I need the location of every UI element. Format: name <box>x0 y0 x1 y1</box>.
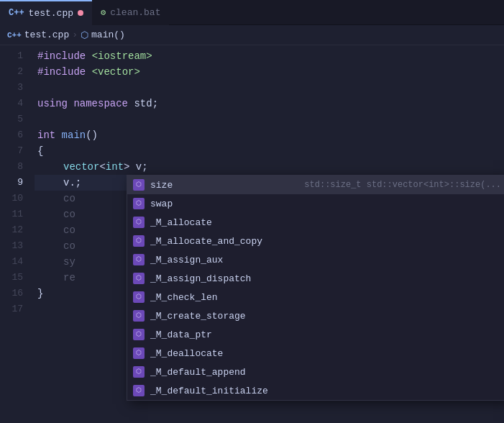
ac-item-m-allocate[interactable]: ⬡ _M_allocate <box>127 213 504 232</box>
line-num-12: 12 <box>0 222 29 238</box>
line-num-2: 2 <box>0 64 29 80</box>
line-num-9: 9 <box>0 175 29 191</box>
line-num-13: 13 <box>0 238 29 254</box>
line-num-10: 10 <box>0 191 29 206</box>
line-num-14: 14 <box>0 254 29 270</box>
ac-icon-m-assign-dispatch: ⬡ <box>133 273 145 284</box>
ac-label-m-allocate-copy: _M_allocate_and_copy <box>150 236 501 247</box>
breadcrumb-cpp-icon: C++ <box>7 31 22 40</box>
ac-icon-m-check-len: ⬡ <box>133 291 145 303</box>
cpp-icon: C++ <box>9 8 24 18</box>
ac-icon-m-deallocate: ⬡ <box>133 347 145 359</box>
breadcrumb-separator: › <box>72 29 78 40</box>
ac-icon-m-allocate-copy: ⬡ <box>133 235 145 247</box>
ac-label-m-check-len: _M_check_len <box>150 292 501 303</box>
breadcrumb-scope-icon: ⬡ <box>81 29 88 41</box>
autocomplete-dropdown: ⬡ size std::size_t std::vector<int>::siz… <box>127 175 504 401</box>
ac-label-m-assign-aux: _M_assign_aux <box>150 255 501 265</box>
ac-item-m-assign-dispatch[interactable]: ⬡ _M_assign_dispatch <box>127 269 504 288</box>
ac-item-m-check-len[interactable]: ⬡ _M_check_len <box>127 288 504 306</box>
code-line-5 <box>35 112 504 127</box>
ac-label-size: size <box>150 180 298 191</box>
ac-icon-m-default-initialize: ⬡ <box>133 385 145 396</box>
line-num-17: 17 <box>0 301 29 317</box>
ac-label-m-data-ptr: _M_data_ptr <box>150 329 501 340</box>
line-num-6: 6 <box>0 127 29 143</box>
ac-item-m-deallocate[interactable]: ⬡ _M_deallocate <box>127 344 504 363</box>
ac-item-swap[interactable]: ⬡ swap <box>127 194 504 213</box>
breadcrumb-file[interactable]: test.cpp <box>24 29 69 40</box>
ac-label-m-default-initialize: _M_default_initialize <box>150 386 501 396</box>
line-numbers: 1 2 3 4 5 6 7 8 9 10 11 12 13 14 15 16 1… <box>0 45 35 423</box>
ac-item-m-assign-aux[interactable]: ⬡ _M_assign_aux <box>127 250 504 269</box>
line-num-7: 7 <box>0 143 29 159</box>
line-num-5: 5 <box>0 112 29 127</box>
ac-item-m-default-initialize[interactable]: ⬡ _M_default_initialize <box>127 381 504 400</box>
line-num-4: 4 <box>0 96 29 112</box>
line-num-1: 1 <box>0 48 29 64</box>
ac-icon-m-assign-aux: ⬡ <box>133 254 145 265</box>
ac-icon-m-create-storage: ⬡ <box>133 310 145 322</box>
ac-icon-m-allocate: ⬡ <box>133 217 145 228</box>
tab-test-cpp-label: test.cpp <box>29 8 73 19</box>
modified-dot <box>78 10 83 16</box>
code-line-6: int main() <box>35 127 504 143</box>
editor-area: 1 2 3 4 5 6 7 8 9 10 11 12 13 14 15 16 1… <box>0 45 504 423</box>
ac-label-m-allocate: _M_allocate <box>150 217 501 228</box>
ac-item-m-data-ptr[interactable]: ⬡ _M_data_ptr <box>127 325 504 344</box>
ac-icon-m-default-append: ⬡ <box>133 366 145 378</box>
ac-icon-swap: ⬡ <box>133 198 145 209</box>
ac-type-size: std::size_t std::vector<int>::size(... <box>304 180 501 190</box>
breadcrumb: C++ test.cpp › ⬡ main() <box>0 25 504 45</box>
tab-clean-bat-label: clean.bat <box>110 7 160 18</box>
ac-item-size[interactable]: ⬡ size std::size_t std::vector<int>::siz… <box>127 176 504 194</box>
code-line-3 <box>35 80 504 96</box>
ac-item-m-default-append[interactable]: ⬡ _M_default_append <box>127 363 504 381</box>
ac-label-m-create-storage: _M_create_storage <box>150 311 501 322</box>
code-area[interactable]: #include <iostream> #include <vector> us… <box>35 45 504 423</box>
code-line-8: vector<int> v; <box>35 159 504 175</box>
line-num-3: 3 <box>0 80 29 96</box>
tab-clean-bat[interactable]: ⚙ clean.bat <box>92 0 169 25</box>
code-line-7: { <box>35 143 504 159</box>
ac-item-m-allocate-copy[interactable]: ⬡ _M_allocate_and_copy <box>127 232 504 250</box>
tab-bar: C++ test.cpp ⚙ clean.bat <box>0 0 504 25</box>
line-num-15: 15 <box>0 270 29 286</box>
code-line-4: using namespace std; <box>35 96 504 112</box>
ac-label-m-deallocate: _M_deallocate <box>150 348 501 359</box>
code-line-2: #include <vector> <box>35 64 504 80</box>
ac-label-swap: swap <box>150 199 501 209</box>
line-num-11: 11 <box>0 206 29 222</box>
ac-icon-size: ⬡ <box>133 179 145 191</box>
tab-test-cpp[interactable]: C++ test.cpp <box>0 0 92 25</box>
line-num-16: 16 <box>0 286 29 301</box>
ac-label-m-assign-dispatch: _M_assign_dispatch <box>150 273 501 284</box>
breadcrumb-scope[interactable]: main() <box>91 29 125 40</box>
ac-label-m-default-append: _M_default_append <box>150 367 501 378</box>
bat-icon: ⚙ <box>101 7 106 18</box>
code-line-1: #include <iostream> <box>35 48 504 64</box>
line-num-8: 8 <box>0 159 29 175</box>
ac-item-m-create-storage[interactable]: ⬡ _M_create_storage <box>127 306 504 325</box>
ac-icon-m-data-ptr: ⬡ <box>133 329 145 340</box>
